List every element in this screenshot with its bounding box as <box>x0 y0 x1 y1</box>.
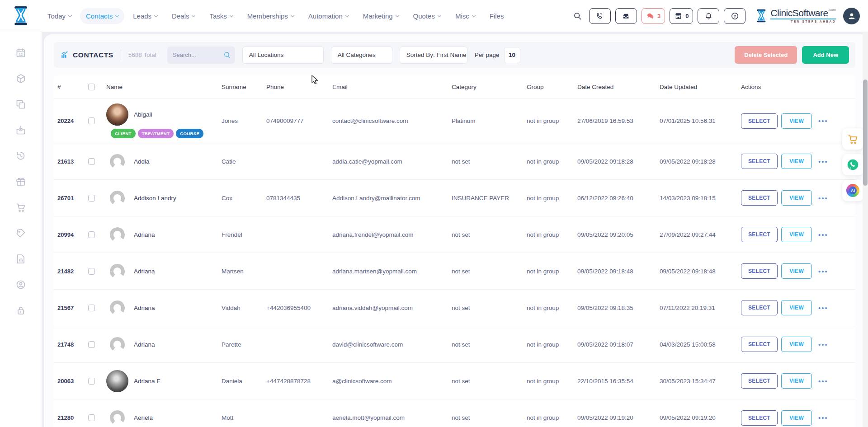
contact-name[interactable]: Adriana <box>134 268 155 275</box>
row-checkbox[interactable] <box>88 117 95 124</box>
view-button[interactable]: VIEW <box>781 373 812 389</box>
app-logo[interactable] <box>0 4 42 28</box>
select-button[interactable]: SELECT <box>741 337 778 352</box>
select-button[interactable]: SELECT <box>741 300 778 315</box>
contact-name[interactable]: Adriana <box>134 305 155 311</box>
delete-selected-button[interactable]: Delete Selected <box>735 46 797 64</box>
row-checkbox[interactable] <box>88 268 95 275</box>
view-button[interactable]: VIEW <box>781 154 812 169</box>
view-button[interactable]: VIEW <box>781 113 812 129</box>
help-button[interactable]: ? <box>724 8 745 24</box>
avatar[interactable] <box>106 103 128 126</box>
row-checkbox[interactable] <box>88 378 95 385</box>
select-button[interactable]: SELECT <box>741 373 778 389</box>
more-actions-icon[interactable]: ••• <box>816 115 831 127</box>
sidebar-package-icon[interactable] <box>15 73 26 84</box>
contact-name[interactable]: Aeriela <box>134 414 153 421</box>
row-checkbox[interactable] <box>88 231 95 238</box>
nav-item-files[interactable]: Files <box>484 8 510 24</box>
sidebar-lock-icon[interactable] <box>15 305 26 316</box>
select-all-checkbox[interactable] <box>88 84 95 90</box>
contact-name[interactable]: Adriana <box>134 341 155 348</box>
avatar[interactable] <box>106 187 128 209</box>
sidebar-calendar-icon[interactable]: 12 <box>15 47 26 58</box>
avatar[interactable] <box>106 407 128 427</box>
scrollbar-track[interactable] <box>863 32 868 427</box>
locations-select[interactable]: All Locations <box>242 47 324 64</box>
more-actions-icon[interactable]: ••• <box>816 412 831 423</box>
more-actions-icon[interactable]: ••• <box>816 229 831 240</box>
avatar[interactable] <box>106 297 128 319</box>
more-actions-icon[interactable]: ••• <box>816 375 831 387</box>
avatar[interactable] <box>106 224 128 246</box>
view-button[interactable]: VIEW <box>781 227 812 242</box>
scrollbar-thumb[interactable] <box>863 80 868 186</box>
sidebar-gift-icon[interactable] <box>15 176 26 187</box>
avatar[interactable] <box>106 260 128 282</box>
select-button[interactable]: SELECT <box>741 227 778 242</box>
select-button[interactable]: SELECT <box>741 263 778 279</box>
nav-item-today[interactable]: Today <box>42 8 77 24</box>
contact-name[interactable]: Abigail <box>134 111 152 118</box>
avatar[interactable] <box>106 333 128 356</box>
floating-cart-button[interactable] <box>842 128 863 150</box>
row-checkbox[interactable] <box>88 414 95 421</box>
view-button[interactable]: VIEW <box>781 410 812 426</box>
select-button[interactable]: SELECT <box>741 113 778 129</box>
sidebar-history-icon[interactable] <box>15 150 26 161</box>
more-actions-icon[interactable]: ••• <box>816 192 831 204</box>
badge-treatment[interactable]: TREATMENT <box>138 129 174 138</box>
contact-name[interactable]: Adriana <box>134 231 155 238</box>
nav-item-leads[interactable]: Leads <box>127 8 163 24</box>
view-button[interactable]: VIEW <box>781 300 812 315</box>
nav-item-deals[interactable]: Deals <box>166 8 201 24</box>
search-icon[interactable] <box>223 51 231 59</box>
contact-name[interactable]: Addia <box>134 158 150 165</box>
nav-item-memberships[interactable]: Memberships <box>241 8 300 24</box>
nav-item-contacts[interactable]: Contacts <box>80 8 124 24</box>
row-checkbox[interactable] <box>88 158 95 165</box>
sidebar-calendar-import-icon[interactable] <box>15 125 26 136</box>
more-actions-icon[interactable]: ••• <box>816 339 831 350</box>
more-actions-icon[interactable]: ••• <box>816 302 831 314</box>
floating-ai-button[interactable]: AI <box>842 180 863 201</box>
select-button[interactable]: SELECT <box>741 190 778 206</box>
shop-button[interactable]: 0 <box>670 8 693 24</box>
sidebar-copy-icon[interactable] <box>15 99 26 110</box>
floating-whatsapp-button[interactable] <box>842 154 863 175</box>
view-button[interactable]: VIEW <box>781 337 812 352</box>
avatar[interactable] <box>106 370 128 392</box>
row-checkbox[interactable] <box>88 305 95 311</box>
add-new-button[interactable]: Add New <box>802 46 849 64</box>
nav-item-quotes[interactable]: Quotes <box>407 8 447 24</box>
sort-select[interactable]: Sorted By: First Name <box>400 47 467 64</box>
nav-item-marketing[interactable]: Marketing <box>357 8 405 24</box>
more-actions-icon[interactable]: ••• <box>816 266 831 277</box>
contact-name[interactable]: Addison Landry <box>134 195 176 202</box>
per-page-value[interactable]: 10 <box>504 47 520 63</box>
sidebar-report-icon[interactable] <box>15 253 26 264</box>
avatar[interactable] <box>106 150 128 173</box>
contact-name[interactable]: Adriana F <box>134 378 160 385</box>
view-button[interactable]: VIEW <box>781 263 812 279</box>
inbox-button[interactable] <box>615 8 637 24</box>
select-button[interactable]: SELECT <box>741 154 778 169</box>
badge-client[interactable]: CLIENT <box>111 129 136 138</box>
sidebar-member-icon[interactable] <box>15 279 26 290</box>
phone-button[interactable] <box>589 8 611 24</box>
row-checkbox[interactable] <box>88 195 95 202</box>
sidebar-tag-icon[interactable] <box>15 228 26 239</box>
sidebar-cart-icon[interactable] <box>15 202 26 213</box>
view-button[interactable]: VIEW <box>781 190 812 206</box>
nav-item-automation[interactable]: Automation <box>302 8 354 24</box>
bell-button[interactable] <box>698 8 719 24</box>
categories-select[interactable]: All Categories <box>331 47 392 64</box>
badge-course[interactable]: COURSE <box>176 129 203 138</box>
chat-button[interactable]: 3 <box>642 8 665 24</box>
select-button[interactable]: SELECT <box>741 410 778 426</box>
nav-item-tasks[interactable]: Tasks <box>203 8 238 24</box>
more-actions-icon[interactable]: ••• <box>816 156 831 167</box>
search-icon[interactable] <box>571 9 585 23</box>
user-avatar[interactable] <box>843 8 860 24</box>
row-checkbox[interactable] <box>88 341 95 348</box>
